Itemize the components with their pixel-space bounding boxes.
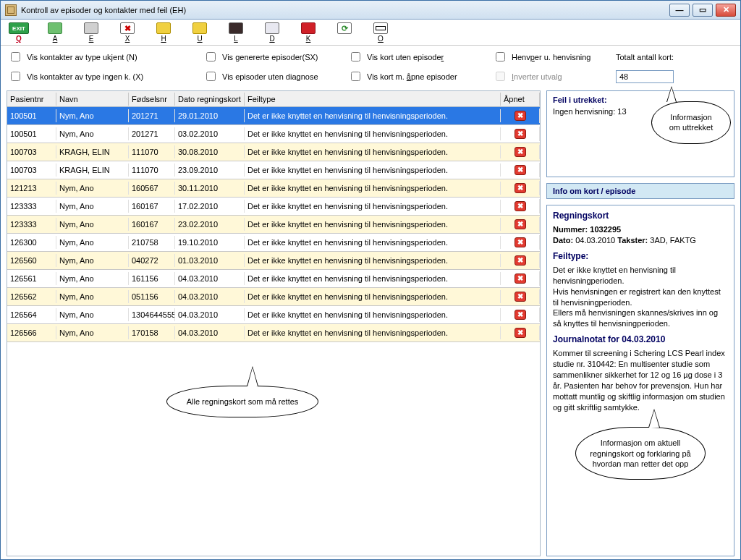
cell-t: Det er ikke knyttet en henvisning til he… [245,254,501,267]
cell-apnet: ✖ [501,307,540,322]
close-icon[interactable]: ✖ [515,129,526,139]
cell-f: 170158 [129,326,175,339]
filter-bar: Vis kontakter av type ukjent (N) Vis gen… [1,46,740,90]
chk-genererte-box[interactable] [206,52,216,61]
toolbar-item-u[interactable]: U [189,22,211,43]
chk-uten-diagnose[interactable]: Vis episoder uten diagnose [203,69,348,83]
close-icon[interactable]: ✖ [515,219,526,229]
toolbar-item-e[interactable]: E [80,22,102,43]
column-header[interactable]: Åpnet [501,93,540,106]
red-icon [301,22,316,34]
close-icon[interactable]: ✖ [515,273,526,284]
chk-apne[interactable]: Vis kort m. åpne episoder [348,69,493,83]
table-row[interactable]: 126560Nym, Ano04027201.03.2010Det er ikk… [7,252,540,270]
cell-n: Nym, Ano [56,326,129,339]
cell-n: Nym, Ano [56,290,129,303]
column-header[interactable]: Feiltype [245,93,501,106]
chk-ukjent-box[interactable] [11,52,20,61]
cell-p: 126566 [7,326,56,339]
table-row[interactable]: 100501Nym, Ano20127129.01.2010Det er ikk… [7,107,540,125]
close-icon[interactable]: ✖ [515,147,526,157]
column-header[interactable]: Pasientnr [7,93,56,106]
panel-info-body: Regningskort Nummer: 1032295 Dato: 04.03… [546,205,734,556]
table-row[interactable]: 100703KRAGH, ELIN11107023.09.2010Det er … [7,161,540,179]
cell-t: Det er ikke knyttet en henvisning til he… [245,290,501,303]
cell-f: 040272 [129,254,175,267]
column-header[interactable]: Fødselsnr [129,93,175,106]
chk-henvper-box[interactable] [496,52,505,61]
cell-n: Nym, Ano [56,254,129,267]
cell-n: Nym, Ano [56,182,129,195]
table-row[interactable]: 100703KRAGH, ELIN11107030.08.2010Det er … [7,143,540,161]
dark-icon [229,22,243,34]
right-column: Feil i utrekket: Ingen henvisning: 13 In… [546,90,734,556]
close-icon[interactable]: ✖ [515,111,526,121]
toolbar-item-o[interactable]: O [370,22,391,43]
grid-body: 100501Nym, Ano20127129.01.2010Det er ikk… [7,107,540,342]
chk-ukjent[interactable]: Vis kontakter av type ukjent (N) [8,50,203,64]
close-icon[interactable]: ✖ [515,292,526,302]
table-row[interactable]: 100501Nym, Ano20127103.02.2010Det er ikk… [7,125,540,143]
table-row[interactable]: 121213Nym, Ano16056730.11.2010Det er ikk… [7,179,540,198]
callout-left-text: Alle regningskort som må rettes [187,397,299,406]
close-icon[interactable]: ✖ [515,310,526,320]
chk-ingen-box[interactable] [11,72,20,81]
toolbar-item-k[interactable]: K [297,22,319,43]
close-icon[interactable]: ✖ [515,255,526,266]
cell-f: 201271 [129,127,175,140]
cell-n: Nym, Ano [56,200,129,213]
table-row[interactable]: 126564Nym, Ano13046445555304.03.2010Det … [7,306,540,324]
close-icon[interactable]: ✖ [515,237,526,247]
toolbar-item-x[interactable]: ✖X [117,22,138,43]
chk-uten-episoder[interactable]: Vis kort uten episoder [348,50,493,64]
toolbar: EXITQAE✖XHULDK⟳O [1,20,740,46]
cell-apnet: ✖ [501,217,540,232]
table-row[interactable]: 126300Nym, Ano21075819.10.2010Det er ikk… [7,234,540,252]
table-row[interactable]: 126566Nym, Ano17015804.03.2010Det er ikk… [7,324,540,342]
info-body: Regningskort Nummer: 1032295 Dato: 04.03… [553,210,728,480]
chk-genererte[interactable]: Vis genererte episoder(SX) [203,50,348,64]
close-icon[interactable]: ✖ [515,183,526,193]
toolbar-item-q[interactable]: EXITQ [8,22,30,43]
cell-f: 160567 [129,182,175,195]
close-icon[interactable]: ✖ [515,165,526,175]
toolbar-item-a[interactable]: A [44,22,66,43]
close-icon[interactable]: ✖ [515,201,526,211]
chk-apne-box[interactable] [351,72,360,81]
chk-uten-diagnose-label: Vis episoder uten diagnose [222,72,318,81]
toolbar-item-label: Q [16,35,22,43]
reg-title: Regningskort [553,210,728,221]
minimize-button[interactable]: — [669,4,690,17]
toolbar-item-reload[interactable]: ⟳ [334,22,355,35]
table-row[interactable]: 126561Nym, Ano16115604.03.2010Det er ikk… [7,270,540,288]
feiltype-title: Feiltype: [553,250,728,262]
cell-d: 23.02.2010 [175,218,245,231]
cell-d: 29.01.2010 [175,109,245,122]
chk-ingen[interactable]: Vis kontakter av type ingen k. (X) [8,69,203,83]
toolbar-item-l[interactable]: L [225,22,247,43]
close-icon[interactable]: ✖ [515,328,526,338]
table-row[interactable]: 126562Nym, Ano05115604.03.2010Det er ikk… [7,288,540,306]
total-wrap: Totalt antall kort: [616,53,733,61]
chk-henvper-label: Henvper u. henvisning [512,53,590,61]
reg-dato-label: Dato: [553,236,573,245]
chk-henvper[interactable]: Henvper u. henvisning [493,50,616,64]
table-row[interactable]: 123333Nym, Ano16016723.02.2010Det er ikk… [7,216,540,234]
cell-d: 30.11.2010 [175,182,245,195]
cell-n: Nym, Ano [56,109,129,122]
cell-t: Det er ikke knyttet en henvisning til he… [245,127,501,140]
maximize-button[interactable]: ▭ [693,4,713,17]
table-row[interactable]: 123333Nym, Ano16016717.02.2010Det er ikk… [7,198,540,216]
column-header[interactable]: Navn [56,93,129,106]
chk-uten-diagnose-box[interactable] [206,72,216,81]
exit-icon: EXIT [9,22,29,34]
cell-n: Nym, Ano [56,236,129,249]
toolbar-item-d[interactable]: D [261,22,283,43]
column-header[interactable]: Dato regningskort [175,93,245,106]
cell-d: 04.03.2010 [175,272,245,285]
app-icon [5,4,17,16]
chk-uten-episoder-box[interactable] [351,52,360,61]
close-button[interactable]: ✕ [716,4,736,17]
journal-title: Journalnotat for 04.03.2010 [553,334,728,345]
toolbar-item-h[interactable]: H [153,22,174,43]
